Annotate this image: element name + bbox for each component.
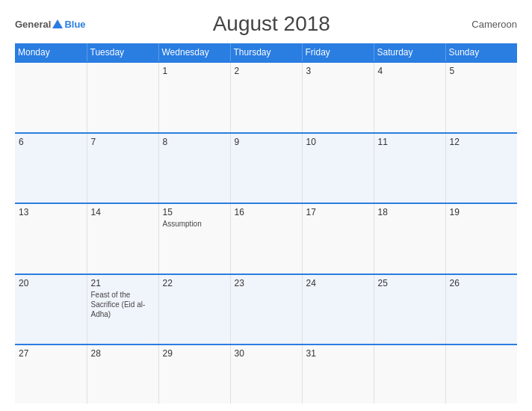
col-friday: Friday <box>302 43 374 62</box>
calendar-cell-r2-c4: 9 <box>230 133 302 204</box>
calendar-cell-r1-c3: 1 <box>158 62 230 133</box>
logo: General Blue <box>15 19 86 30</box>
calendar-cell-r3-c2: 14 <box>87 203 158 274</box>
calendar-cell-r2-c6: 11 <box>374 133 445 204</box>
day-number: 11 <box>378 137 442 147</box>
day-number: 26 <box>450 278 514 288</box>
day-number: 17 <box>306 207 370 217</box>
day-number: 20 <box>19 278 83 288</box>
event-label: Assumption <box>163 220 202 228</box>
day-number: 24 <box>306 278 370 288</box>
calendar-cell-r4-c7: 26 <box>445 274 517 345</box>
calendar-row-4: 2021Feast of the Sacrifice (Eid al-Adha)… <box>15 274 517 345</box>
col-saturday: Saturday <box>374 43 445 62</box>
col-sunday: Sunday <box>445 43 517 62</box>
day-number: 3 <box>306 66 370 76</box>
day-number: 31 <box>306 348 370 359</box>
day-number: 14 <box>91 207 155 217</box>
day-number: 15 <box>163 207 226 217</box>
col-monday: Monday <box>15 43 87 62</box>
day-number: 19 <box>450 207 514 217</box>
calendar-row-3: 131415Assumption16171819 <box>15 203 517 274</box>
calendar-cell-r5-c3: 29 <box>158 344 230 404</box>
calendar-cell-r3-c6: 18 <box>374 203 445 274</box>
calendar-cell-r4-c2: 21Feast of the Sacrifice (Eid al-Adha) <box>87 274 158 345</box>
day-number: 2 <box>235 66 298 76</box>
day-number: 18 <box>378 207 442 217</box>
calendar-cell-r3-c3: 15Assumption <box>158 203 230 274</box>
calendar-cell-r2-c2: 7 <box>87 133 158 204</box>
day-number: 6 <box>19 137 83 147</box>
calendar-cell-r5-c4: 30 <box>230 344 302 404</box>
calendar-cell-r1-c4: 2 <box>230 62 302 133</box>
day-number: 28 <box>91 348 155 359</box>
calendar-cell-r4-c1: 20 <box>15 274 87 345</box>
calendar-cell-r5-c5: 31 <box>302 344 374 404</box>
day-number: 1 <box>163 66 226 76</box>
calendar-cell-r3-c4: 16 <box>230 203 302 274</box>
calendar-cell-r4-c3: 22 <box>158 274 230 345</box>
day-number: 27 <box>19 348 83 359</box>
col-thursday: Thursday <box>230 43 302 62</box>
calendar-cell-r1-c5: 3 <box>302 62 374 133</box>
day-number: 10 <box>306 137 370 147</box>
calendar-cell-r1-c7: 5 <box>445 62 517 133</box>
day-number: 25 <box>378 278 442 288</box>
calendar-cell-r3-c5: 17 <box>302 203 374 274</box>
calendar-cell-r3-c1: 13 <box>15 203 87 274</box>
calendar-cell-r1-c2 <box>87 62 158 133</box>
day-number: 9 <box>235 137 298 147</box>
calendar-cell-r5-c6 <box>374 344 445 404</box>
day-number: 7 <box>91 137 155 147</box>
day-number: 4 <box>378 66 442 76</box>
calendar-cell-r2-c7: 12 <box>445 133 517 204</box>
calendar-cell-r4-c5: 24 <box>302 274 374 345</box>
day-number: 12 <box>450 137 514 147</box>
col-wednesday: Wednesday <box>158 43 230 62</box>
day-number: 21 <box>91 278 155 288</box>
calendar-cell-r3-c7: 19 <box>445 203 517 274</box>
day-number: 8 <box>163 137 226 147</box>
calendar-cell-r2-c5: 10 <box>302 133 374 204</box>
day-number: 23 <box>235 278 298 288</box>
country-label: Cameroon <box>457 19 517 30</box>
day-number: 22 <box>163 278 226 288</box>
calendar-header-row: Monday Tuesday Wednesday Thursday Friday… <box>15 43 517 62</box>
calendar-cell-r2-c1: 6 <box>15 133 87 204</box>
day-number: 13 <box>19 207 83 217</box>
logo-blue: Blue <box>64 19 85 30</box>
day-number: 29 <box>163 348 226 359</box>
calendar-cell-r5-c1: 27 <box>15 344 87 404</box>
calendar-row-5: 2728293031 <box>15 344 517 404</box>
day-number: 5 <box>450 66 514 76</box>
col-tuesday: Tuesday <box>87 43 158 62</box>
header: General Blue August 2018 Cameroon <box>15 12 517 36</box>
logo-general: General <box>15 19 51 30</box>
day-number: 16 <box>235 207 298 217</box>
calendar-cell-r4-c4: 23 <box>230 274 302 345</box>
page: General Blue August 2018 Cameroon Monday… <box>0 0 532 411</box>
calendar-cell-r1-c1 <box>15 62 87 133</box>
day-number: 30 <box>235 348 298 359</box>
calendar-cell-r5-c2: 28 <box>87 344 158 404</box>
calendar-table: Monday Tuesday Wednesday Thursday Friday… <box>15 43 517 404</box>
calendar-cell-r5-c7 <box>445 344 517 404</box>
calendar-cell-r1-c6: 4 <box>374 62 445 133</box>
calendar-cell-r2-c3: 8 <box>158 133 230 204</box>
calendar-cell-r4-c6: 25 <box>374 274 445 345</box>
calendar-row-2: 6789101112 <box>15 133 517 204</box>
calendar-row-1: 12345 <box>15 62 517 133</box>
page-title: August 2018 <box>86 12 457 36</box>
event-label: Feast of the Sacrifice (Eid al-Adha) <box>91 291 146 318</box>
logo-triangle-icon <box>52 19 63 28</box>
